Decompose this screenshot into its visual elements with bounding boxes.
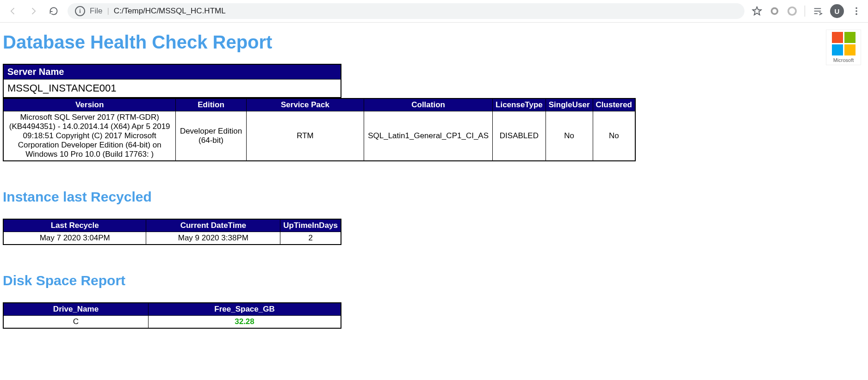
recycle-heading: Instance last Recycled bbox=[3, 189, 865, 205]
microsoft-logo-icon bbox=[832, 32, 856, 55]
col-current-dt: Current DateTime bbox=[146, 219, 280, 232]
cell-drive-name: C bbox=[3, 316, 149, 329]
table-row: May 7 2020 3:04PM May 9 2020 3:38PM 2 bbox=[3, 232, 341, 245]
reload-button[interactable] bbox=[47, 5, 60, 18]
svg-point-8 bbox=[856, 10, 857, 12]
kebab-menu-icon[interactable] bbox=[851, 6, 862, 16]
col-drive-name: Drive_Name bbox=[3, 303, 149, 316]
col-collation: Collation bbox=[364, 98, 493, 111]
cell-edition: Developer Edition (64-bit) bbox=[176, 111, 246, 161]
recycle-table: Last Recycle Current DateTime UpTimeInDa… bbox=[3, 219, 341, 245]
disk-table: Drive_Name Free_Space_GB C 32.28 bbox=[3, 302, 341, 329]
microsoft-logo: Microsoft bbox=[826, 30, 861, 65]
site-info-icon[interactable]: i bbox=[75, 6, 85, 16]
col-last-recycle: Last Recycle bbox=[3, 219, 146, 232]
page-title: Database Health Check Report bbox=[3, 32, 865, 53]
media-playlist-icon[interactable] bbox=[812, 6, 823, 16]
col-license-type: LicenseType bbox=[493, 98, 546, 111]
avatar-letter: U bbox=[835, 7, 840, 15]
cell-uptime-days: 2 bbox=[280, 232, 341, 245]
svg-marker-0 bbox=[753, 7, 761, 15]
col-single-user: SingleUser bbox=[546, 98, 593, 111]
cell-service-pack: RTM bbox=[246, 111, 364, 161]
extension-circle-icon[interactable] bbox=[769, 6, 780, 16]
table-row: C 32.28 bbox=[3, 316, 341, 329]
svg-point-7 bbox=[856, 7, 857, 9]
disk-heading: Disk Space Report bbox=[3, 273, 865, 288]
microsoft-logo-caption: Microsoft bbox=[828, 57, 859, 63]
server-info-table: Version Edition Service Pack Collation L… bbox=[3, 98, 636, 161]
cell-clustered: No bbox=[593, 111, 635, 161]
page-body: Microsoft Database Health Check Report S… bbox=[0, 23, 868, 347]
table-row: Microsoft SQL Server 2017 (RTM-GDR) (KB4… bbox=[3, 111, 635, 161]
cell-current-dt: May 9 2020 3:38PM bbox=[146, 232, 280, 245]
server-name-value: MSSQL_INSTANCE001 bbox=[3, 80, 341, 98]
cell-version: Microsoft SQL Server 2017 (RTM-GDR) (KB4… bbox=[3, 111, 176, 161]
server-name-table: Server Name MSSQL_INSTANCE001 bbox=[3, 64, 341, 98]
server-name-header: Server Name bbox=[3, 64, 341, 80]
cell-single-user: No bbox=[546, 111, 593, 161]
url-path: C:/Temp/HC/MSSQL_HC.HTML bbox=[114, 6, 226, 16]
col-service-pack: Service Pack bbox=[246, 98, 364, 111]
svg-point-3 bbox=[788, 7, 796, 15]
bookmark-star-icon[interactable] bbox=[752, 6, 762, 16]
extension-ring-icon[interactable] bbox=[787, 6, 797, 16]
forward-button[interactable] bbox=[27, 5, 40, 18]
toolbar-separator bbox=[805, 6, 805, 17]
cell-license-type: DISABLED bbox=[493, 111, 546, 161]
cell-free-space: 32.28 bbox=[149, 316, 341, 329]
col-uptime-days: UpTimeInDays bbox=[280, 219, 341, 232]
col-version: Version bbox=[3, 98, 176, 111]
back-button[interactable] bbox=[6, 5, 19, 18]
address-bar[interactable]: i File | C:/Temp/HC/MSSQL_HC.HTML bbox=[68, 3, 744, 19]
cell-last-recycle: May 7 2020 3:04PM bbox=[3, 232, 146, 245]
col-edition: Edition bbox=[176, 98, 246, 111]
profile-avatar[interactable]: U bbox=[830, 4, 844, 18]
col-clustered: Clustered bbox=[593, 98, 635, 111]
svg-point-9 bbox=[856, 13, 857, 15]
svg-point-2 bbox=[772, 9, 776, 13]
url-scheme: File bbox=[90, 6, 102, 16]
cell-collation: SQL_Latin1_General_CP1_CI_AS bbox=[364, 111, 493, 161]
toolbar-right: U bbox=[752, 4, 862, 18]
col-free-space: Free_Space_GB bbox=[149, 303, 341, 316]
url-separator: | bbox=[107, 6, 109, 16]
browser-toolbar: i File | C:/Temp/HC/MSSQL_HC.HTML U bbox=[0, 0, 868, 23]
